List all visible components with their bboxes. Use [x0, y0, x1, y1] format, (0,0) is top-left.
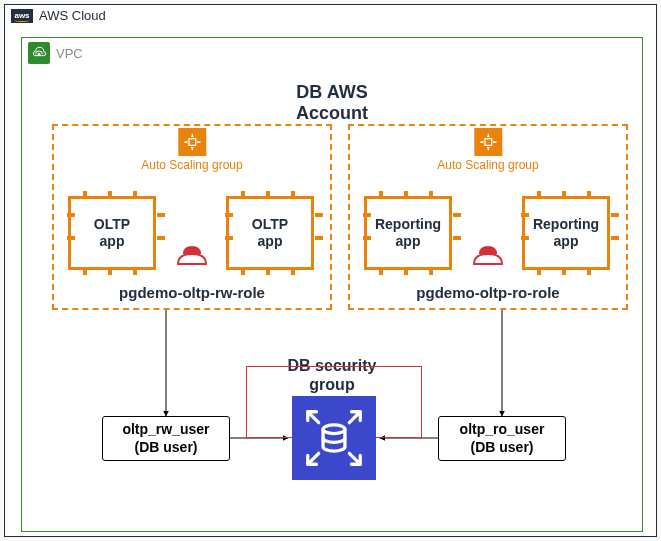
asg-label-right: Auto Scaling group — [437, 158, 538, 172]
aws-logo-icon: aws — [11, 9, 33, 23]
asg-reporting: Auto Scaling group Reporting app Reporti… — [348, 124, 628, 310]
db-user-ro-label: oltp_ro_user (DB user) — [460, 421, 545, 455]
vpc-header: VPC — [22, 38, 642, 68]
account-title: DB AWS Account — [296, 82, 368, 123]
ec2-oltp-b: OLTP app — [226, 196, 314, 270]
ec2-oltp-a: OLTP app — [68, 196, 156, 270]
vpc-icon — [28, 42, 50, 64]
ec2-reporting-b: Reporting app — [522, 196, 610, 270]
aws-cloud-header: aws AWS Cloud — [5, 5, 656, 26]
svg-rect-0 — [38, 53, 41, 56]
svg-point-3 — [323, 425, 345, 434]
ec2-label: Reporting app — [375, 216, 441, 250]
auto-scaling-icon — [178, 128, 206, 156]
ec2-label: Reporting app — [533, 216, 599, 250]
db-user-rw-label: oltp_rw_user (DB user) — [122, 421, 209, 455]
svg-rect-2 — [485, 139, 492, 146]
vpc-label: VPC — [56, 46, 83, 61]
asg-header-right: Auto Scaling group — [437, 124, 538, 172]
asg-label-left: Auto Scaling group — [141, 158, 242, 172]
role-label-ro: pgdemo-oltp-ro-role — [416, 284, 559, 301]
ec2-reporting-a: Reporting app — [364, 196, 452, 270]
aws-cloud-group: aws AWS Cloud VPC DB AWS Account — [4, 4, 657, 537]
rds-database-icon — [292, 396, 376, 480]
db-user-rw: oltp_rw_user (DB user) — [102, 416, 230, 461]
auto-scaling-icon — [474, 128, 502, 156]
ec2-label: OLTP app — [252, 216, 288, 250]
asg-header-left: Auto Scaling group — [141, 124, 242, 172]
db-user-ro: oltp_ro_user (DB user) — [438, 416, 566, 461]
role-label-rw: pgdemo-oltp-rw-role — [119, 284, 265, 301]
ec2-label: OLTP app — [94, 216, 130, 250]
svg-rect-1 — [189, 139, 196, 146]
asg-oltp: Auto Scaling group OLTP app OLTP app pgd… — [52, 124, 332, 310]
iam-role-icon — [174, 244, 210, 268]
aws-cloud-label: AWS Cloud — [39, 8, 106, 23]
iam-role-icon — [470, 244, 506, 268]
vpc-group: VPC DB AWS Account A — [21, 37, 643, 532]
